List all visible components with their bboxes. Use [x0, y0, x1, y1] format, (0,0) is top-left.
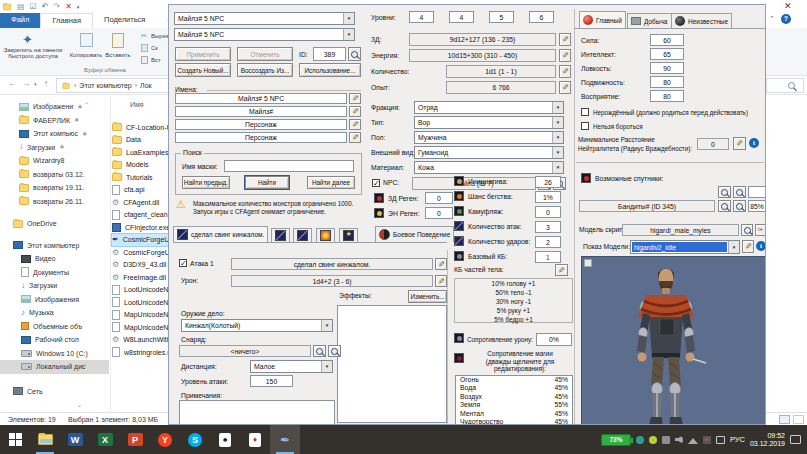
- tab-attack-3[interactable]: [293, 228, 312, 242]
- hit-count-field[interactable]: 2: [535, 236, 561, 248]
- edit-hp-button[interactable]: [559, 33, 571, 46]
- pin-to-quick-access-label[interactable]: Закрепить на панели быстрого доступа: [2, 47, 64, 59]
- level-field-1[interactable]: 4: [409, 11, 434, 23]
- nav-item-this-pc[interactable]: Этот компьютер: [0, 239, 109, 253]
- file-row[interactable]: cfa.api: [112, 184, 172, 197]
- nav-item-documents[interactable]: Документы: [0, 266, 109, 280]
- resist-row[interactable]: Воздух45%: [456, 393, 572, 401]
- initiative-field[interactable]: 26: [535, 176, 561, 188]
- find-prev-button[interactable]: Найти предыд.: [182, 176, 230, 189]
- edit-min-dist-button[interactable]: [733, 137, 746, 150]
- cancel-button[interactable]: Отменить: [237, 47, 293, 61]
- nav-item-video[interactable]: Видео: [0, 252, 109, 266]
- tray-antivirus-icon[interactable]: [649, 436, 657, 444]
- id-field[interactable]: 389: [313, 47, 346, 61]
- redo-icon[interactable]: ↷: [53, 2, 60, 11]
- nav-item-pictures-qa[interactable]: Изображени∗: [0, 100, 109, 114]
- file-row[interactable]: ⚙W8LaunchWith: [112, 334, 172, 347]
- taskbar-explorer[interactable]: [30, 425, 60, 454]
- effects-listbox[interactable]: [337, 305, 447, 423]
- damage-resist-field[interactable]: 0%: [536, 333, 572, 346]
- modify-effects-button[interactable]: Изменить...: [408, 290, 447, 303]
- collapse-ribbon-icon[interactable]: ⌃: [769, 15, 775, 23]
- nav-item-this-pc-qa[interactable]: Этот компьюс∗: [0, 127, 109, 141]
- tab-file[interactable]: Файл: [0, 13, 40, 28]
- battery-indicator[interactable]: 73%: [601, 434, 631, 446]
- nav-item-downloads-qa[interactable]: ↓Загрузки∗: [0, 141, 109, 155]
- companion1-search-button[interactable]: [718, 186, 731, 198]
- clock[interactable]: 09:52 03.12.2019: [750, 432, 785, 448]
- tab-unknown[interactable]: Неизвестные: [671, 13, 732, 28]
- distance-dropdown[interactable]: Малое: [250, 360, 333, 373]
- tab-attack-5[interactable]: [339, 228, 358, 242]
- file-row[interactable]: ⚙FreeImage.dll: [112, 271, 172, 284]
- edit-name-3-button[interactable]: [349, 119, 361, 130]
- hp-regen-field[interactable]: 0: [425, 192, 453, 204]
- copy-path-icon[interactable]: [141, 44, 148, 52]
- companion1-search-plus-button[interactable]: [733, 186, 746, 198]
- paste-shortcut-icon[interactable]: [141, 56, 148, 64]
- nav-item-vozvraty-3[interactable]: возвраты 26.11.: [0, 195, 109, 209]
- folder-icon[interactable]: [3, 3, 11, 9]
- weapon-dropdown[interactable]: Кинжал(Колотый): [181, 319, 333, 332]
- nav-item-onedrive[interactable]: OneDrive: [0, 217, 109, 231]
- paste-shortcut-button[interactable]: Вст: [151, 57, 161, 63]
- tab-home[interactable]: Главная: [40, 13, 93, 28]
- resist-row[interactable]: Ментал45%: [456, 410, 572, 418]
- strength-field[interactable]: 60: [650, 34, 684, 46]
- start-button[interactable]: [0, 425, 30, 454]
- attack-count-field[interactable]: 3: [535, 221, 561, 233]
- tab-combat-behavior[interactable]: Боевое Поведение: [375, 226, 454, 242]
- find-next-button[interactable]: Найти далее: [307, 176, 355, 189]
- file-row[interactable]: ⚙CFAgent.dll: [112, 196, 172, 209]
- search-input[interactable]: [766, 78, 804, 93]
- nav-item-3d-objects[interactable]: Объемные объ: [0, 320, 109, 334]
- mask-input[interactable]: [224, 160, 354, 172]
- type-dropdown[interactable]: Вор: [414, 116, 564, 129]
- file-row[interactable]: LuaExamples: [112, 146, 172, 159]
- notification-center-icon[interactable]: [790, 435, 801, 444]
- attack1-checkbox[interactable]: [179, 259, 187, 267]
- breadcrumb-disk[interactable]: Лок: [140, 82, 152, 89]
- tray-camera-icon[interactable]: [662, 436, 670, 444]
- tab-attack-4[interactable]: [316, 228, 335, 242]
- level-field-3[interactable]: 5: [489, 11, 514, 23]
- nav-item-network[interactable]: Сеть: [0, 385, 109, 399]
- file-row[interactable]: Data: [112, 134, 172, 147]
- attack-level-field[interactable]: 150: [250, 375, 293, 387]
- details-view-icon[interactable]: [779, 415, 790, 424]
- npc-checkbox[interactable]: [372, 179, 380, 187]
- gender-dropdown[interactable]: Мужчина: [414, 131, 564, 144]
- column-header-name[interactable]: Имя: [130, 101, 144, 108]
- min-dist-field[interactable]: 0: [697, 138, 729, 150]
- file-row[interactable]: Models: [112, 159, 172, 172]
- show-model-dropdown[interactable]: higardiv2_idle: [630, 240, 740, 254]
- nav-item-faberlik[interactable]: ФАБЕРЛИК∗: [0, 114, 109, 128]
- edit-attack1-button[interactable]: [435, 258, 447, 270]
- properties-icon[interactable]: ▤: [17, 2, 25, 11]
- taskbar-cards[interactable]: ♦: [240, 425, 270, 454]
- thumbnail-view-icon[interactable]: [793, 415, 804, 424]
- taskbar-yandex[interactable]: [150, 425, 180, 454]
- nav-item-pictures[interactable]: Изображения: [0, 293, 109, 307]
- file-row[interactable]: LootUnicodeNa: [112, 296, 172, 309]
- notes-textarea[interactable]: [179, 400, 335, 425]
- edit-name-4-button[interactable]: [349, 132, 361, 143]
- recent-dropdown-icon[interactable]: ▾: [34, 81, 37, 87]
- tab-share[interactable]: Поделиться: [93, 13, 156, 28]
- volume-icon[interactable]: [675, 436, 683, 444]
- flee-field[interactable]: 1%: [535, 191, 561, 203]
- projectile-search-button[interactable]: [313, 345, 326, 357]
- edit-name-2-button[interactable]: [349, 106, 361, 117]
- info-icon[interactable]: [749, 138, 759, 148]
- tray-chat-icon[interactable]: [716, 436, 725, 444]
- file-row[interactable]: MapUnicodeNa: [112, 309, 172, 322]
- file-row[interactable]: CF-Location-Un: [112, 121, 172, 134]
- usage-button[interactable]: Использование...: [299, 63, 361, 77]
- edit-exp-button[interactable]: [559, 81, 571, 94]
- nav-item-music[interactable]: ♪Музыка: [0, 306, 109, 320]
- file-row[interactable]: w8stringroles.us: [112, 346, 172, 359]
- level-field-4[interactable]: 6: [529, 11, 554, 23]
- nav-item-vozvraty-2[interactable]: возвраты 19.11.: [0, 181, 109, 195]
- taskbar-powerpoint[interactable]: [120, 425, 150, 454]
